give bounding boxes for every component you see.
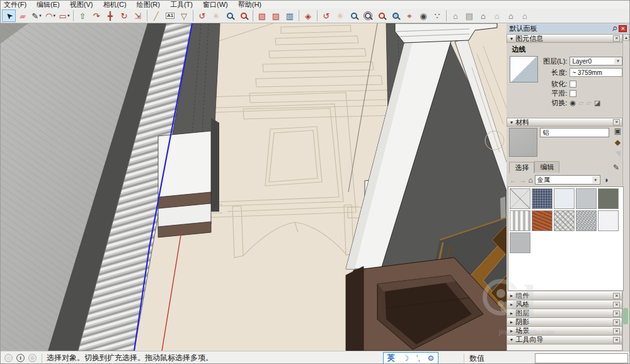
entity-info-close-button[interactable]: ✕ [613,35,620,42]
material-swatch-blue-metal-grid[interactable] [532,188,553,209]
section-fill-tool[interactable]: ▥ [283,9,297,22]
position-camera-tool[interactable]: ⌖ [403,9,416,22]
material-swatch-plain-gray-metal[interactable] [510,232,530,253]
tray-scroll-up-icon[interactable]: ▲ [623,34,629,41]
collapse-icon[interactable]: ► [509,302,513,307]
pin-icon[interactable]: ⚲ [610,25,619,33]
in-model-icon[interactable]: ◑ [604,175,609,185]
text-tool[interactable]: A1 [163,9,177,22]
zoom-tool[interactable] [223,9,237,22]
tray-section-instructor[interactable]: ▼工具向导✕ [507,336,622,344]
material-swatch-rusted-metal[interactable] [532,210,553,231]
view-iso-icon[interactable]: ⌂ [449,9,462,22]
home-icon[interactable]: ⌂ [528,176,532,185]
tray-section-styles[interactable]: ►风格✕ [507,300,622,309]
menu-help[interactable]: 帮助(H) [238,1,261,9]
tray-section-close-button[interactable]: ✕ [613,302,620,308]
layer-dropdown[interactable]: Layer0 ▼ [570,57,622,65]
edit-pencil-icon[interactable]: ✎ [613,163,619,172]
menu-camera[interactable]: 相机(C) [103,1,126,9]
material-swatch-aluminum-cross[interactable] [510,188,530,209]
menu-file[interactable]: 文件(F) [4,1,26,9]
collapse-icon[interactable]: ▼ [509,120,513,125]
back-arrow-icon[interactable]: ← [509,176,517,185]
look-around-tool[interactable]: ◉ [416,9,430,22]
tray-close-button[interactable]: ✕ [619,25,627,32]
menu-draw[interactable]: 绘图(R) [137,1,160,9]
scale-tool[interactable]: ⇲ [131,9,145,22]
zoom-extents-tool[interactable] [237,9,251,22]
materials-close-button[interactable]: ✕ [613,119,620,125]
chevron-down-icon[interactable]: ▼ [592,176,599,183]
material-swatch-speckled-metal[interactable] [576,210,597,231]
paint-bucket-tool[interactable]: ▽ [177,9,191,22]
tray-section-close-button[interactable]: ✕ [613,310,620,317]
geolocation-icon[interactable]: ◌ [4,354,13,362]
measurements-field[interactable] [535,353,628,363]
ime-lang-button[interactable]: 英 [387,353,395,363]
line-tool[interactable]: ✎▾ [30,9,43,22]
collapse-icon[interactable]: ▼ [509,338,513,342]
zoom-extents-tool-2[interactable] [375,9,389,22]
section-cut-display-tool[interactable]: ▨ [269,9,283,22]
visibility-eye-icon[interactable]: ◉ [570,99,576,107]
material-category-dropdown[interactable]: 金属 ▼ [535,175,600,185]
set-default-paint-icon[interactable]: ◆ [615,139,621,146]
material-name-field[interactable]: 铝 [540,128,609,137]
soften-checkbox[interactable] [570,81,576,88]
collapse-icon[interactable]: ▼ [509,37,513,41]
material-swatch-diamond-plate[interactable] [554,210,575,231]
smooth-checkbox[interactable] [570,90,576,97]
create-material-icon[interactable]: ▣ [614,127,621,135]
view-front-icon[interactable]: ⌂ [476,9,490,22]
tab-select[interactable]: 选择 [509,162,534,173]
receive-shadows-icon[interactable]: ◪ [594,99,600,107]
ime-moon-icon[interactable]: ☽ [402,354,409,363]
menu-tools[interactable]: 工具(T) [170,1,193,9]
material-swatch-light-blue-metal[interactable] [554,188,575,209]
preview-arrow-icon[interactable]: ◥ [615,150,621,157]
material-swatch-corrugated-metal[interactable] [510,210,530,231]
entity-info-header[interactable]: ▼ 图元信息 ✕ [507,34,622,43]
collapse-icon[interactable]: ► [509,293,513,298]
view-right-icon[interactable]: ⌂ [518,9,532,22]
section-plane-tool[interactable]: ▧ [255,9,269,22]
collapse-icon[interactable]: ► [509,311,513,316]
arc-tool[interactable]: ◠▾ [43,9,57,22]
tray-section-components[interactable]: ►组件✕ [507,292,622,300]
ime-toolbar[interactable]: 英 ☽ ’, ⚙ [383,352,438,364]
pushpull-tool[interactable]: ⇧ [76,9,89,22]
menu-edit[interactable]: 编辑(E) [37,1,60,9]
zoom-window-tool[interactable] [361,9,375,22]
credits-icon[interactable]: i [16,354,25,362]
material-swatch-olive-metal[interactable] [598,188,619,209]
tape-measure-tool[interactable]: ╱ [149,9,163,22]
tray-section-close-button[interactable]: ✕ [613,328,620,334]
collapse-icon[interactable]: ► [509,329,513,333]
ime-punct-button[interactable]: ’, [416,354,420,363]
pan-tool[interactable]: ✳ [209,9,223,22]
lock-icon[interactable]: ▱ [578,99,583,107]
materials-header[interactable]: ▼ 材料 ✕ [507,118,622,127]
zoom-previous-tool[interactable] [389,9,403,22]
tray-section-layers[interactable]: ►图层✕ [507,309,622,318]
cast-shadows-icon[interactable]: ▱ [586,99,591,107]
tab-edit[interactable]: 编辑 [534,161,559,173]
forward-arrow-icon[interactable]: → [518,176,526,185]
walk-tool[interactable]: ∵ [430,9,444,22]
tray-section-close-button[interactable]: ✕ [613,337,620,343]
rectangle-tool[interactable]: ▭▾ [57,9,71,22]
rotate-tool[interactable]: ↻ [117,9,131,22]
signin-icon[interactable]: ☺ [28,354,37,362]
zoom-tool-2[interactable] [347,9,361,22]
menu-window[interactable]: 窗口(W) [203,1,228,9]
eraser-tool[interactable]: ▰ [16,9,30,22]
followme-tool[interactable]: ↷ [89,9,103,22]
material-swatch-light-gray-metal[interactable] [576,188,597,209]
menu-view[interactable]: 视图(V) [70,1,93,9]
collapse-icon[interactable]: ► [509,320,513,324]
ime-gear-icon[interactable]: ⚙ [427,354,434,363]
tray-section-shadows[interactable]: ►阴影✕ [507,318,622,327]
chevron-down-icon[interactable]: ▼ [614,58,621,64]
tray-section-close-button[interactable]: ✕ [613,293,620,299]
